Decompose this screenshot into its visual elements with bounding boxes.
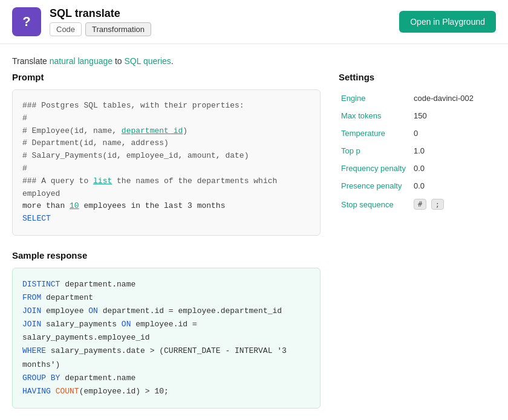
prompt-line-2: # xyxy=(22,114,27,123)
prompt-line-3: # Employee(id, name, department_id) xyxy=(22,126,187,135)
settings-value-max-tokens: 150 xyxy=(411,107,496,124)
resp-line-5-kw: WHERE xyxy=(22,346,46,355)
resp-line-7-kw: HAVING xyxy=(22,387,51,396)
prompt-line-7: ### A query to list the names of the dep… xyxy=(22,176,277,198)
resp-line-4-kw: JOIN xyxy=(22,320,41,329)
settings-title: Settings xyxy=(339,72,496,82)
settings-value-stop-sequence: # ; xyxy=(411,195,496,214)
settings-label-stop-sequence: Stop sequence xyxy=(339,195,411,214)
resp-line-2-kw: FROM xyxy=(22,293,41,302)
open-in-playground-button[interactable]: Open in Playground xyxy=(399,11,496,33)
header-title-area: SQL translate Code Transformation xyxy=(50,7,151,36)
header: ? SQL translate Code Transformation Open… xyxy=(0,0,508,44)
app-title: SQL translate xyxy=(50,7,151,20)
right-panel: Settings Engine code-davinci-002 Max tok… xyxy=(339,72,496,415)
prompt-line-6: # xyxy=(22,164,27,173)
settings-label-top-p: Top p xyxy=(339,142,411,160)
response-section: Sample response DISTINCT department.name… xyxy=(12,250,321,409)
settings-label-max-tokens: Max tokens xyxy=(339,107,411,124)
stop-badge-hash[interactable]: # xyxy=(414,199,426,210)
settings-row-stop-sequence: Stop sequence # ; xyxy=(339,195,496,214)
main-content: Prompt ### Postgres SQL tables, with the… xyxy=(0,72,508,415)
settings-label-presence-penalty: Presence penalty xyxy=(339,177,411,195)
settings-value-presence-penalty: 0.0 xyxy=(411,177,496,195)
prompt-box[interactable]: ### Postgres SQL tables, with their prop… xyxy=(12,89,321,236)
settings-label-temperature: Temperature xyxy=(339,124,411,142)
prompt-line-8: more than 10 employees in the last 3 mon… xyxy=(22,201,225,210)
watermark: CSDN @一个处女座的程序猿 xyxy=(0,415,508,420)
resp-line-1-kw: DISTINCT xyxy=(22,280,60,289)
settings-label-frequency-penalty: Frequency penalty xyxy=(339,160,411,177)
stop-badge-semicolon[interactable]: ; xyxy=(431,199,444,210)
natural-text: natural language xyxy=(50,56,112,66)
sample-response-title: Sample response xyxy=(12,250,321,260)
settings-value-engine: code-davinci-002 xyxy=(411,89,496,107)
header-left: ? SQL translate Code Transformation xyxy=(12,7,151,36)
prompt-title: Prompt xyxy=(12,72,321,82)
resp-line-3-kw: JOIN xyxy=(22,306,41,315)
sql-text: SQL queries xyxy=(125,56,171,66)
tab-transformation[interactable]: Transformation xyxy=(85,22,151,36)
settings-row-frequency-penalty: Frequency penalty 0.0 xyxy=(339,160,496,177)
settings-value-frequency-penalty: 0.0 xyxy=(411,160,496,177)
settings-value-top-p: 1.0 xyxy=(411,142,496,160)
app-icon: ? xyxy=(12,7,41,36)
resp-line-6-kw: GROUP BY xyxy=(22,373,60,383)
settings-row-presence-penalty: Presence penalty 0.0 xyxy=(339,177,496,195)
prompt-section: Prompt ### Postgres SQL tables, with the… xyxy=(12,72,321,236)
settings-row-top-p: Top p 1.0 xyxy=(339,142,496,160)
sample-response-box: DISTINCT department.name FROM department… xyxy=(12,268,321,409)
prompt-line-4: # Department(id, name, address) xyxy=(22,138,169,147)
description: Translate natural language to SQL querie… xyxy=(0,44,508,72)
tab-code[interactable]: Code xyxy=(50,22,82,36)
prompt-line-9: SELECT xyxy=(22,214,51,223)
settings-row-max-tokens: Max tokens 150 xyxy=(339,107,496,124)
left-panel: Prompt ### Postgres SQL tables, with the… xyxy=(12,72,321,415)
settings-row-engine: Engine code-davinci-002 xyxy=(339,89,496,107)
prompt-line-1: ### Postgres SQL tables, with their prop… xyxy=(22,101,244,110)
settings-label-engine: Engine xyxy=(339,89,411,107)
settings-value-temperature: 0 xyxy=(411,124,496,142)
prompt-line-5: # Salary_Payments(id, employee_id, amoun… xyxy=(22,151,249,160)
settings-table: Engine code-davinci-002 Max tokens 150 T… xyxy=(339,89,496,214)
settings-row-temperature: Temperature 0 xyxy=(339,124,496,142)
tabs: Code Transformation xyxy=(50,22,151,36)
